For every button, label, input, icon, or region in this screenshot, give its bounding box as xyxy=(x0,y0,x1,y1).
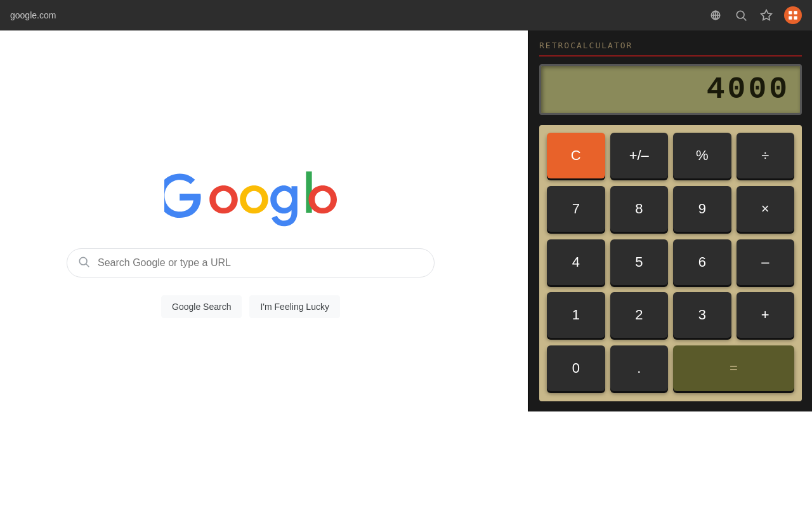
browser-bar: google.com xyxy=(0,0,812,30)
zoom-icon[interactable] xyxy=(733,8,749,23)
search-buttons: Google Search I'm Feeling Lucky xyxy=(161,295,340,318)
seven-button[interactable]: 7 xyxy=(547,186,605,232)
plus-minus-button[interactable]: +/– xyxy=(610,133,669,178)
clear-button[interactable]: C xyxy=(547,133,605,178)
one-button[interactable]: 1 xyxy=(547,292,605,338)
calculator: RETROCALCULATOR 4000 C +/– % ÷ 7 8 9 × 4… xyxy=(528,30,812,411)
google-page: Google Search I'm Feeling Lucky xyxy=(0,30,501,508)
extension-icon[interactable] xyxy=(784,6,802,24)
calc-display-value: 4000 xyxy=(707,72,790,107)
search-input[interactable] xyxy=(98,257,424,269)
divide-button[interactable]: ÷ xyxy=(737,133,795,178)
location-icon[interactable] xyxy=(708,8,723,23)
browser-url: google.com xyxy=(10,10,708,20)
search-icon xyxy=(77,255,90,271)
svg-rect-10 xyxy=(794,17,797,20)
multiply-button[interactable]: × xyxy=(737,186,795,232)
svg-point-4 xyxy=(737,11,744,18)
nine-button[interactable]: 9 xyxy=(673,186,731,232)
svg-rect-8 xyxy=(794,11,797,14)
google-logo xyxy=(164,170,337,231)
three-button[interactable]: 3 xyxy=(673,292,731,338)
calc-display: 4000 xyxy=(539,64,802,115)
feeling-lucky-button[interactable]: I'm Feeling Lucky xyxy=(249,295,340,318)
decimal-button[interactable]: . xyxy=(610,345,669,391)
svg-rect-7 xyxy=(789,11,792,14)
two-button[interactable]: 2 xyxy=(610,292,669,338)
svg-line-5 xyxy=(743,18,747,21)
google-search-button[interactable]: Google Search xyxy=(161,295,242,318)
search-box[interactable] xyxy=(67,248,435,277)
six-button[interactable]: 6 xyxy=(673,239,731,285)
subtract-button[interactable]: – xyxy=(737,239,795,285)
svg-point-11 xyxy=(79,257,87,265)
calc-buttons: C +/– % ÷ 7 8 9 × 4 5 6 – 1 2 3 + 0 . = xyxy=(539,125,802,401)
svg-rect-9 xyxy=(789,17,792,20)
svg-marker-6 xyxy=(761,10,772,20)
zero-button[interactable]: 0 xyxy=(547,345,605,391)
eight-button[interactable]: 8 xyxy=(610,186,669,232)
equals-button[interactable]: = xyxy=(673,345,794,391)
bookmark-icon[interactable] xyxy=(759,8,774,23)
svg-line-12 xyxy=(86,264,89,267)
add-button[interactable]: + xyxy=(737,292,795,338)
five-button[interactable]: 5 xyxy=(610,239,669,285)
browser-icons xyxy=(708,6,802,24)
calc-title: RETROCALCULATOR xyxy=(539,41,802,57)
percent-button[interactable]: % xyxy=(673,133,731,178)
four-button[interactable]: 4 xyxy=(547,239,605,285)
